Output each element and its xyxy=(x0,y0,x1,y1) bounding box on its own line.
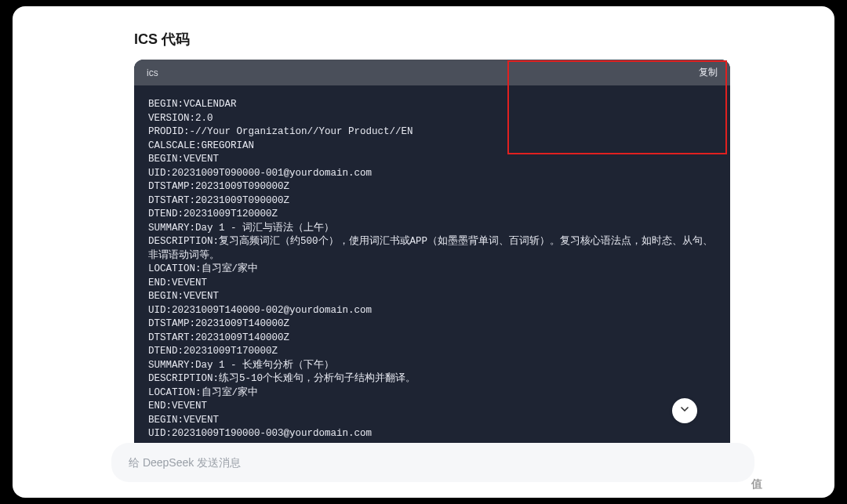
copy-button[interactable]: 复制 xyxy=(699,66,718,79)
chat-input-bar xyxy=(111,443,754,482)
chevron-down-icon xyxy=(678,403,691,419)
code-header: ics 复制 xyxy=(134,60,730,85)
chat-input[interactable] xyxy=(129,456,737,469)
section-heading: ICS 代码 xyxy=(134,30,713,49)
app-window: ICS 代码 ics 复制 BEGIN:VCALENDAR VERSION:2.… xyxy=(13,6,834,498)
watermark-text: 什么值得买 xyxy=(772,477,834,492)
code-block: ics 复制 BEGIN:VCALENDAR VERSION:2.0 PRODI… xyxy=(134,60,730,454)
content-area: ICS 代码 ics 复制 BEGIN:VCALENDAR VERSION:2.… xyxy=(13,6,834,454)
code-content[interactable]: BEGIN:VCALENDAR VERSION:2.0 PRODID:-//Yo… xyxy=(134,85,730,454)
code-language-label: ics xyxy=(147,67,158,78)
watermark: 值 什么值得买 xyxy=(747,474,834,495)
scroll-to-bottom-button[interactable] xyxy=(672,398,697,423)
watermark-badge-icon: 值 xyxy=(747,474,767,495)
